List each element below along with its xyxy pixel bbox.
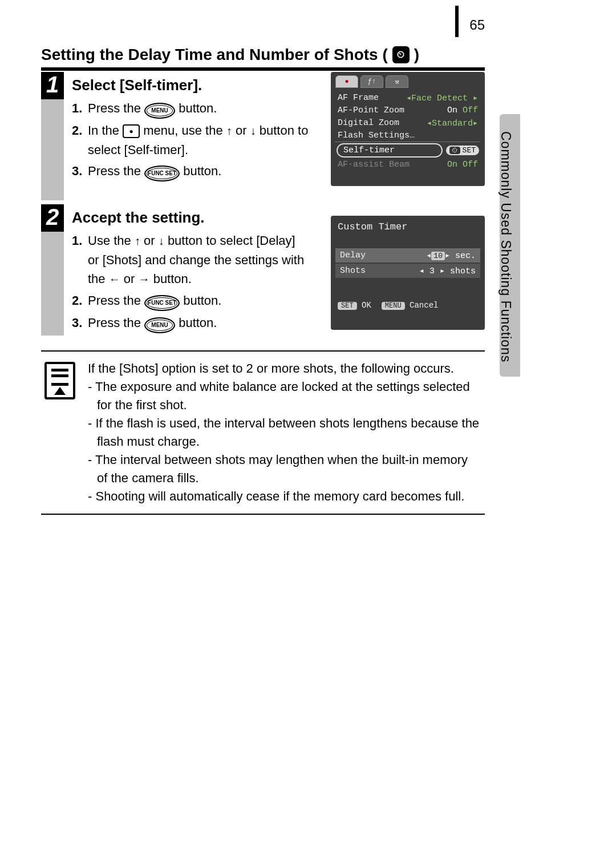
menu-row: AF Frame ◂Face Detect ▸: [335, 91, 480, 104]
text: menu, use the: [143, 123, 226, 138]
rec-tab-icon: ●: [335, 75, 358, 88]
page-number-divider: [455, 6, 459, 37]
setting-unit: sec.: [455, 251, 476, 261]
tools-tab-icon: ƒ↑: [360, 75, 383, 88]
note-body: If the [Shots] option is set to 2 or mor…: [88, 360, 481, 506]
menu-label: Digital Zoom: [338, 118, 399, 128]
menu-row-selected: Self-timer ⏲ SET: [337, 143, 479, 158]
menu-value: Standard: [432, 119, 473, 128]
note-bullet: The exposure and white balance are locke…: [88, 378, 481, 414]
setting-unit: shots: [450, 267, 476, 276]
step-number: 2: [41, 204, 64, 232]
step-number-col: 2: [41, 204, 64, 336]
set-badge-text: SET: [463, 146, 476, 155]
note-intro: If the [Shots] option is set to 2 or mor…: [88, 360, 481, 378]
instruction: 1. Press the MENU button.: [72, 99, 309, 119]
left-caret-icon: ◂: [427, 119, 432, 128]
menu-value: Off: [463, 106, 478, 115]
screen-footer: SET OK MENU Cancel: [335, 301, 480, 310]
right-arrow-icon: →: [139, 273, 150, 285]
instruction: 2. In the menu, use the ↑ or ↓ button to…: [72, 121, 309, 159]
menu-value-dim: Off: [463, 160, 478, 169]
section-title: Setting the Delay Time and Number of Sho…: [41, 46, 485, 71]
text: Use the: [88, 233, 135, 248]
text: or: [144, 233, 159, 248]
step-instructions: 1. Press the MENU button. 2. In the menu…: [72, 99, 309, 181]
step-number-col: 1: [41, 72, 64, 200]
menu-value: On: [447, 160, 457, 169]
text: button.: [153, 272, 192, 286]
text: In the: [88, 123, 123, 138]
step-instructions: 1. Use the ↑ or ↓ button to select [Dela…: [72, 231, 309, 333]
left-caret-icon: ◂: [426, 251, 431, 261]
left-caret-icon: ◂: [406, 94, 411, 103]
menu-label-selected: Self-timer: [337, 143, 443, 158]
text: button.: [179, 316, 217, 330]
instruction-number: 2.: [72, 291, 88, 311]
right-caret-icon: ▸: [445, 251, 450, 261]
setting-row: Shots ◂ 3 ▸ shots: [335, 264, 480, 278]
instruction: 3. Press the FUNC SET button.: [72, 162, 309, 181]
setting-label: Shots: [340, 266, 366, 276]
footer-action: Cancel: [410, 301, 438, 310]
step-heading: Accept the setting.: [72, 209, 309, 227]
up-arrow-icon: ↑: [226, 124, 232, 137]
down-arrow-icon: ↓: [159, 235, 164, 247]
down-arrow-icon: ↓: [250, 124, 256, 137]
menu-value-dim: On: [447, 106, 457, 115]
setting-row: Delay ◂10▸ sec.: [335, 248, 480, 263]
timer-badge-icon: ⏲: [449, 147, 460, 154]
menu-row: Flash Settings…: [335, 130, 480, 142]
menu-label: AF Frame: [338, 93, 379, 103]
func-set-button-icon: FUNC SET: [144, 295, 180, 311]
text: Press the: [88, 101, 144, 115]
text: or: [124, 272, 139, 286]
note-box: If the [Shots] option is set to 2 or mor…: [41, 350, 485, 515]
menu-value: Face Detect: [411, 94, 468, 103]
func-set-button-icon: FUNC SET: [144, 165, 180, 181]
set-badge: ⏲ SET: [446, 146, 479, 155]
right-caret-icon: ▸: [440, 267, 445, 276]
right-caret-icon: ▸: [473, 94, 478, 103]
text: Press the: [88, 164, 144, 178]
footer-action: OK: [362, 301, 371, 310]
menu-row-dim: AF-assist Beam On Off: [335, 159, 480, 171]
instruction: 1. Use the ↑ or ↓ button to select [Dela…: [72, 231, 309, 289]
instruction-number: 2.: [72, 121, 88, 159]
text: or: [236, 123, 250, 138]
note-bullet: The interval between shots may lengthen …: [88, 451, 481, 487]
camera-screen-custom-timer: Custom Timer Delay ◂10▸ sec. Shots ◂ 3 ▸…: [331, 216, 485, 330]
screen-title: Custom Timer: [335, 221, 480, 232]
step-number: 1: [41, 72, 64, 99]
left-caret-icon: ◂: [419, 267, 424, 276]
menu-label: AF-Point Zoom: [338, 106, 404, 115]
setup-tab-icon: ⚒: [386, 75, 408, 88]
camera-screen-menu: ● ƒ↑ ⚒ AF Frame ◂Face Detect ▸ AF-Point …: [331, 72, 485, 186]
menu-row: AF-Point Zoom On Off: [335, 104, 480, 116]
step-side-bar: [41, 99, 64, 200]
step-2: 2 Accept the setting. 1. Use the ↑ or ↓ …: [41, 204, 485, 336]
text: button.: [183, 164, 221, 178]
menu-label: Flash Settings…: [338, 131, 415, 140]
note-bullet: Shooting will automatically cease if the…: [88, 487, 481, 506]
custom-timer-icon: ⏲: [392, 46, 410, 63]
section-title-text-end: ): [414, 46, 419, 64]
left-arrow-icon: ←: [109, 273, 120, 285]
setting-value: 3: [429, 267, 435, 276]
section-title-text: Setting the Delay Time and Number of Sho…: [41, 46, 388, 64]
setting-value: 10: [431, 252, 445, 260]
note-icon: [44, 362, 75, 399]
instruction-number: 3.: [72, 162, 88, 181]
menu-label: AF-assist Beam: [338, 160, 410, 169]
setting-label: Delay: [340, 251, 366, 260]
set-badge: SET: [338, 302, 357, 310]
text: button.: [179, 101, 217, 115]
instruction: 2. Press the FUNC SET button.: [72, 291, 309, 311]
instruction-number: 3.: [72, 313, 88, 333]
menu-row: Digital Zoom ◂Standard▸: [335, 116, 480, 130]
step-heading: Select [Self-timer].: [72, 76, 309, 94]
text: Press the: [88, 293, 144, 308]
text: button.: [183, 293, 221, 308]
step-1: 1 Select [Self-timer]. 1. Press the MENU…: [41, 72, 485, 200]
up-arrow-icon: ↑: [135, 235, 140, 247]
